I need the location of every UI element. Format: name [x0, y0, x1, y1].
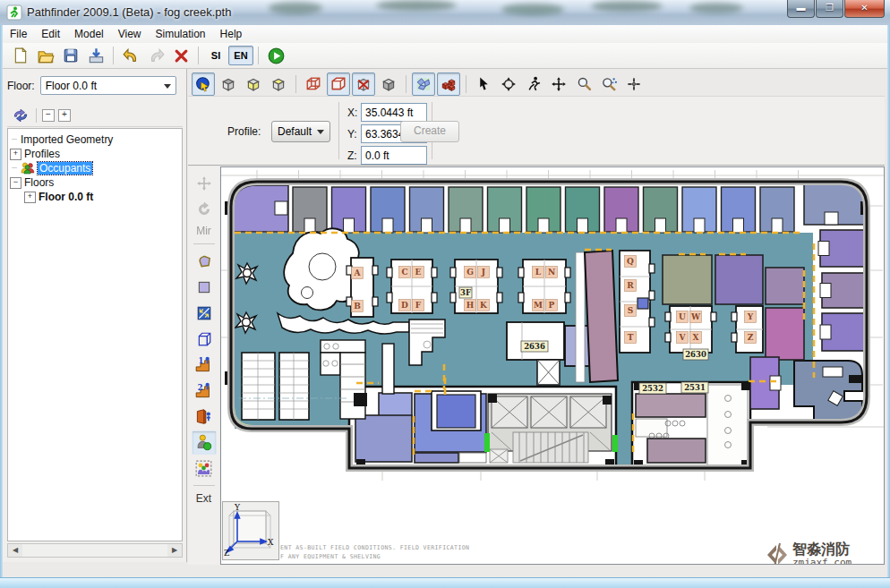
redo-button[interactable] — [144, 44, 167, 67]
door-tool-button[interactable] — [192, 405, 217, 429]
si-units-button[interactable]: SI — [203, 46, 228, 65]
terrain-view-icon — [415, 76, 432, 92]
svg-text:1: 1 — [199, 356, 204, 365]
profile-dropdown[interactable]: Default — [271, 121, 330, 142]
floor-plan[interactable]: ABCEDFGJHKLNMPQRSTUWVXYZ3F26362630253225… — [221, 167, 885, 565]
terrain-view-button[interactable] — [412, 72, 435, 96]
application-window: Pathfinder 2009.1 (Beta) - fog creek.pth… — [0, 0, 890, 588]
pan-icon — [551, 76, 567, 92]
svg-text:2630: 2630 — [685, 350, 706, 359]
wireframe-view-button[interactable] — [302, 72, 325, 96]
tree-item-occupants[interactable]: ┄ Occupants — [8, 161, 182, 175]
mirror-tool-button[interactable]: Mir — [196, 225, 211, 237]
rotate-tool-button[interactable] — [192, 197, 217, 221]
occupant-group-tool-button[interactable] — [192, 456, 217, 481]
stair-one-tool-button[interactable]: 1 — [192, 353, 217, 377]
orbit-tool-button[interactable] — [497, 72, 520, 96]
close-button[interactable]: ✕ — [844, 0, 885, 18]
svg-text:K: K — [480, 301, 488, 310]
extrude-tool-button[interactable]: Ext — [196, 492, 211, 505]
move-tool-icon — [196, 175, 212, 192]
drawing-note-2: F ANY EQUIPMENT & SHELVING — [280, 553, 381, 560]
svg-text:Q: Q — [627, 257, 634, 266]
create-button[interactable]: Create — [400, 121, 459, 142]
watermark: 智淼消防 zmjaxf.com — [766, 541, 851, 565]
menu-help[interactable]: Help — [213, 26, 250, 42]
pan-tool-button[interactable] — [547, 72, 570, 96]
collapse-all-button[interactable]: − — [42, 109, 55, 122]
floor-dropdown[interactable]: Floor 0.0 ft — [40, 76, 176, 95]
z-input[interactable] — [361, 146, 427, 165]
delete-button[interactable] — [169, 44, 193, 67]
menu-edit[interactable]: Edit — [34, 26, 67, 42]
minimize-button[interactable]: ▬ — [787, 0, 815, 18]
volume-tool-button[interactable] — [192, 327, 217, 351]
move-tool-button[interactable] — [192, 171, 217, 195]
stair-two-tool-button[interactable]: 2 — [192, 379, 217, 403]
menu-view[interactable]: View — [111, 26, 149, 42]
window-border-bottom — [0, 577, 890, 588]
solid-view-button[interactable] — [377, 72, 400, 96]
svg-text:S: S — [628, 306, 634, 315]
scroll-left-icon[interactable]: ◀ — [8, 544, 22, 557]
save-button[interactable] — [59, 44, 82, 67]
import-button[interactable] — [84, 44, 107, 67]
tree-horizontal-scrollbar[interactable]: ◀ ▶ — [7, 543, 183, 558]
run-simulation-button[interactable] — [264, 44, 287, 67]
window-border-left — [0, 25, 3, 580]
hidden-line-view-button[interactable] — [352, 72, 375, 96]
cube-shaded-button[interactable] — [217, 72, 240, 96]
zoom-select-tool-button[interactable] — [597, 72, 620, 96]
x-input[interactable] — [361, 103, 427, 122]
svg-text:2531: 2531 — [684, 383, 706, 392]
occupant-tool-button[interactable] — [192, 430, 217, 455]
undo-button[interactable] — [119, 44, 142, 67]
svg-text:C: C — [401, 268, 407, 277]
svg-text:L: L — [535, 268, 542, 277]
svg-text:F: F — [415, 301, 422, 310]
cursor-tool-button[interactable] — [472, 72, 495, 96]
cube-top-icon — [270, 76, 287, 92]
refresh-view-icon[interactable] — [13, 107, 29, 124]
expand-all-button[interactable]: + — [58, 109, 71, 122]
tree-item-floor0[interactable]: +Floor 0.0 ft — [8, 190, 182, 204]
blocks-view-button[interactable] — [437, 72, 460, 96]
menu-simulation[interactable]: Simulation — [149, 26, 213, 42]
maximize-button[interactable]: ❐ — [816, 0, 843, 18]
title-bar[interactable]: Pathfinder 2009.1 (Beta) - fog creek.pth… — [0, 0, 890, 26]
menu-file[interactable]: File — [3, 26, 34, 42]
scroll-right-icon[interactable]: ▶ — [167, 544, 182, 557]
view-toolbar — [191, 72, 646, 96]
new-button[interactable] — [9, 44, 32, 67]
orbit-icon — [501, 76, 517, 92]
edge-tool-icon — [196, 305, 212, 321]
edge-tool-button[interactable] — [192, 301, 217, 325]
tree-item-profiles[interactable]: +Profiles — [8, 147, 182, 161]
open-button[interactable] — [34, 44, 57, 67]
svg-text:U: U — [679, 312, 686, 321]
rectangle-tool-icon — [196, 279, 212, 295]
en-units-button[interactable]: EN — [228, 46, 253, 65]
floor-dropdown-value: Floor 0.0 ft — [46, 80, 97, 92]
model-canvas[interactable]: ABCEDFGJHKLNMPQRSTUWVXYZ3F26362630253225… — [220, 166, 885, 565]
svg-text:Y: Y — [747, 312, 754, 321]
zoom-icon — [577, 76, 592, 91]
select-navigate-button[interactable] — [192, 72, 215, 96]
walk-icon — [526, 76, 542, 91]
rectangle-tool-button[interactable] — [192, 275, 217, 299]
walk-tool-button[interactable] — [522, 72, 545, 96]
polygon-tool-button[interactable] — [192, 249, 217, 273]
blocks-view-icon — [441, 76, 457, 92]
tree-item-floors[interactable]: −Floors — [8, 175, 182, 190]
cube-front-button[interactable] — [242, 72, 265, 96]
zoom-fit-tool-button[interactable] — [622, 72, 646, 96]
occupant-group-tool-icon — [195, 460, 212, 477]
draw-toolbar: Mir 1 2 Ext — [188, 166, 219, 565]
zoom-tool-button[interactable] — [572, 72, 595, 96]
cube-top-button[interactable] — [267, 72, 290, 96]
tree-item-imported-geometry[interactable]: ┄Imported Geometry — [8, 132, 182, 147]
menu-model[interactable]: Model — [67, 26, 111, 42]
chevron-down-icon — [164, 84, 171, 89]
model-tree: ┄Imported Geometry +Profiles ┄ Occupants… — [7, 128, 183, 541]
outline-view-button[interactable] — [327, 72, 350, 96]
